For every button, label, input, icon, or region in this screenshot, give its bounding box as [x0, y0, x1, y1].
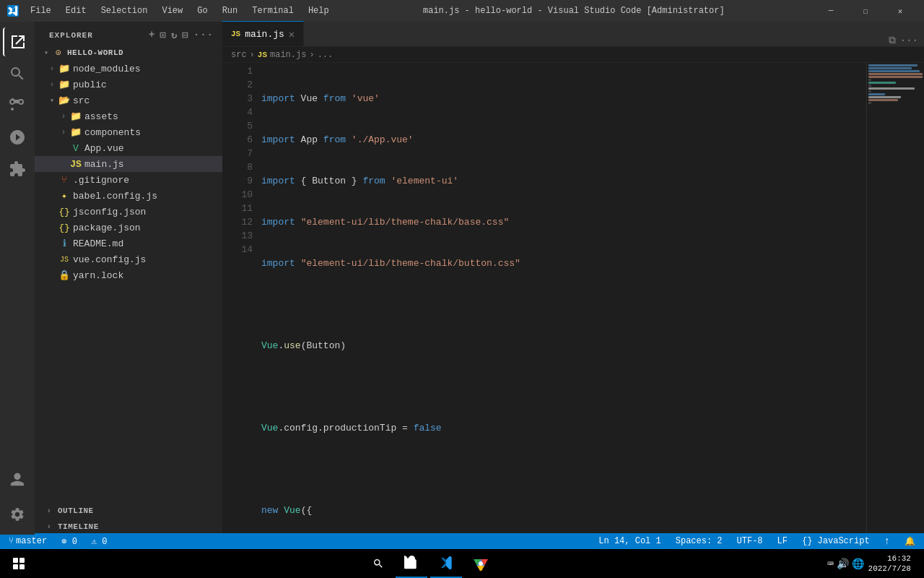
menu-terminal[interactable]: Terminal	[248, 4, 298, 17]
tree-root-folder[interactable]: ▾ ⊙ HELLO-WORLD	[35, 45, 222, 61]
code-line-9: Vue.config.productionTip = false	[261, 421, 866, 435]
chevron-right-icon: ›	[58, 129, 69, 137]
title-bar-left: File Edit Selection View Go Run Terminal…	[7, 4, 334, 17]
tree-components[interactable]: › 📁 components	[35, 124, 222, 140]
breadcrumb-src[interactable]: src	[231, 50, 247, 60]
braces-icon: {}	[802, 536, 818, 546]
taskbar-search-button[interactable]	[364, 549, 393, 578]
refresh-button[interactable]: ↻	[171, 29, 178, 41]
code-line-2: import App from './App.vue'	[261, 133, 866, 147]
tree-package-json[interactable]: {} package.json	[35, 220, 222, 236]
tree-public[interactable]: › 📁 public	[35, 77, 222, 92]
editor-container: EXPLORER + ⊡ ↻ ⊟ ··· ▾ ⊙ HELLO-WORLD › 📁…	[35, 22, 924, 535]
tree-assets[interactable]: › 📁 assets	[35, 108, 222, 124]
collapse-all-button[interactable]: ⊟	[182, 29, 188, 41]
tab-js-icon: JS	[231, 30, 240, 38]
readme-label: README.md	[73, 238, 123, 249]
encoding[interactable]: UTF-8	[734, 536, 766, 546]
warnings-status[interactable]: ⚠ 0	[89, 536, 110, 547]
js-icon: JS	[58, 256, 71, 264]
menu-edit[interactable]: Edit	[61, 4, 91, 17]
activity-settings[interactable]	[3, 500, 32, 529]
tree-gitignore[interactable]: ⑂ .gitignore	[35, 172, 222, 188]
menu-run[interactable]: Run	[218, 4, 243, 17]
code-area[interactable]: 12345 678910 11121314 import Vue from 'v…	[222, 63, 924, 535]
breadcrumb-sep-2: ›	[309, 50, 314, 60]
file-tree: ▾ ⊙ HELLO-WORLD › 📁 node_modules › 📁 pub…	[35, 45, 222, 503]
tab-main-js[interactable]: JS main.js ✕	[222, 21, 304, 46]
menu-bar[interactable]: File Edit Selection View Go Run Terminal…	[26, 4, 334, 17]
gitignore-label: .gitignore	[73, 175, 129, 186]
tree-yarn-lock[interactable]: 🔒 yarn.lock	[35, 267, 222, 283]
tree-vue-config[interactable]: JS vue.config.js	[35, 251, 222, 267]
activity-source-control[interactable]	[3, 91, 32, 120]
breadcrumb-ellipsis[interactable]: ...	[318, 50, 334, 60]
taskbar-chrome-app[interactable]	[465, 549, 497, 578]
jsconfig-label: jsconfig.json	[73, 207, 146, 217]
code-editor[interactable]: import Vue from 'vue' import App from '.…	[258, 63, 866, 535]
new-folder-button[interactable]: ⊡	[160, 29, 166, 41]
taskbar-vscode-app[interactable]	[430, 549, 462, 578]
status-bar-right: Ln 14, Col 1 Spaces: 2 UTF-8 LF {} JavaS…	[596, 535, 918, 547]
activity-run[interactable]	[3, 123, 32, 152]
chevron-right-icon: ›	[46, 65, 58, 73]
activity-explorer[interactable]	[3, 27, 32, 56]
new-file-button[interactable]: +	[149, 29, 155, 41]
line-numbers: 12345 678910 11121314	[222, 63, 258, 535]
vue-config-label: vue.config.js	[73, 254, 146, 265]
timeline-section[interactable]: › TIMELINE	[35, 519, 222, 535]
tree-readme[interactable]: ℹ README.md	[35, 236, 222, 251]
svg-rect-3	[19, 564, 25, 569]
package-json-label: package.json	[73, 223, 141, 233]
activity-account[interactable]	[3, 465, 32, 494]
svg-rect-1	[19, 558, 25, 563]
tree-main-js[interactable]: JS main.js	[35, 156, 222, 172]
activity-search[interactable]	[3, 59, 32, 88]
maximize-button[interactable]: ☐	[849, 0, 882, 22]
format-button[interactable]: ↑	[881, 535, 893, 547]
minimize-button[interactable]: ─	[814, 0, 847, 22]
assets-label: assets	[84, 111, 118, 122]
tree-babel-config[interactable]: ✦ babel.config.js	[35, 188, 222, 204]
menu-view[interactable]: View	[157, 4, 187, 17]
close-button[interactable]: ✕	[884, 0, 917, 22]
tab-close-button[interactable]: ✕	[289, 28, 295, 40]
git-branch-status[interactable]: ⑂ master	[6, 536, 50, 546]
tree-src[interactable]: ▾ 📂 src	[35, 92, 222, 108]
menu-file[interactable]: File	[26, 4, 56, 17]
menu-go[interactable]: Go	[193, 4, 212, 17]
sidebar: EXPLORER + ⊡ ↻ ⊟ ··· ▾ ⊙ HELLO-WORLD › 📁…	[35, 22, 222, 535]
taskbar-explorer-app[interactable]	[396, 549, 427, 578]
activity-extensions[interactable]	[3, 155, 32, 184]
yarn-icon: 🔒	[58, 269, 71, 281]
clock[interactable]: 16:32 2022/7/28	[868, 553, 911, 574]
cursor-position[interactable]: Ln 14, Col 1	[596, 536, 663, 546]
menu-selection[interactable]: Selection	[97, 4, 152, 17]
tree-jsconfig[interactable]: {} jsconfig.json	[35, 204, 222, 220]
warning-count: ⚠ 0	[92, 537, 108, 547]
eol[interactable]: LF	[775, 536, 790, 546]
yarn-lock-label: yarn.lock	[73, 270, 123, 281]
tree-node-modules[interactable]: › 📁 node_modules	[35, 61, 222, 77]
more-actions-button[interactable]: ···	[193, 29, 214, 41]
tab-label: main.js	[245, 29, 284, 40]
split-editor-button[interactable]: ⧉	[889, 35, 896, 46]
chevron-down-icon: ▾	[46, 96, 58, 105]
breadcrumb-filename[interactable]: main.js	[270, 50, 306, 60]
bell-button[interactable]: 🔔	[902, 536, 918, 547]
window-controls[interactable]: ─ ☐ ✕	[814, 0, 917, 22]
language-mode[interactable]: {} JavaScript	[799, 536, 873, 546]
code-line-5: import "element-ui/lib/theme-chalk/butto…	[261, 256, 866, 270]
start-button[interactable]	[4, 549, 33, 578]
show-desktop-button[interactable]	[915, 549, 920, 578]
outline-section[interactable]: › OUTLINE	[35, 503, 222, 519]
folder-icon: ⊙	[52, 47, 65, 59]
spaces-setting[interactable]: Spaces: 2	[673, 536, 725, 546]
more-tabs-button[interactable]: ···	[900, 35, 918, 46]
app-vue-label: App.vue	[84, 143, 124, 154]
tree-app-vue[interactable]: V App.vue	[35, 140, 222, 156]
menu-help[interactable]: Help	[304, 4, 334, 17]
editor-main: JS main.js ✕ ⧉ ··· src › JS main.js › ..…	[222, 22, 924, 535]
errors-status[interactable]: ⊗ 0	[58, 536, 80, 547]
chevron-right-icon: ›	[43, 507, 55, 515]
